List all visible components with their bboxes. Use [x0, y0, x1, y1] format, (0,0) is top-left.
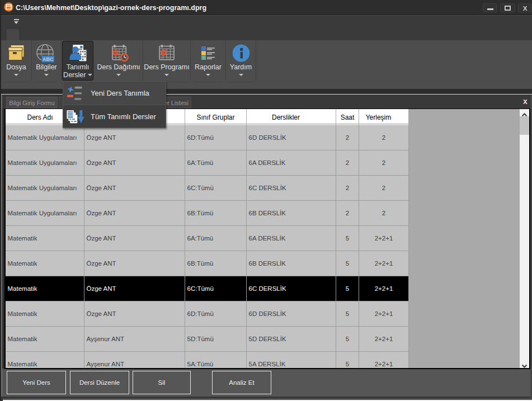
- svg-text:ABC: ABC: [43, 56, 54, 62]
